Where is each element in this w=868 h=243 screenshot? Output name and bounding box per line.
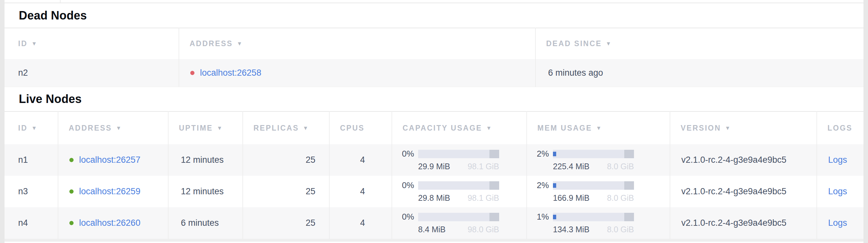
logs-link[interactable]: Logs <box>828 155 847 165</box>
capacity-used-value: 8.4 MiB <box>418 225 446 234</box>
column-header-label: ADDRESS <box>69 124 112 132</box>
capacity-usage-cell: 0%29.9 MiB98.1 GiB <box>392 144 527 176</box>
mem-usage-bar <box>553 150 634 158</box>
dead-nodes-table-container: ID▼ADDRESS▼DEAD SINCE▼n2localhost:262586… <box>4 28 864 87</box>
capacity-total-value: 98.0 GiB <box>468 225 499 234</box>
capacity-total-value: 98.1 GiB <box>468 193 499 203</box>
column-header-label: LOGS <box>828 124 852 132</box>
live-status-icon <box>69 189 73 194</box>
sort-desc-icon: ▼ <box>116 125 121 131</box>
capacity-usage-cell: 0%8.4 MiB98.0 GiB <box>392 207 527 239</box>
mem-usage-cell: 2%225.4 MiB8.0 GiB <box>527 144 670 176</box>
uptime-cell: 6 minutes <box>168 207 243 239</box>
mem-used-value: 134.3 MiB <box>553 225 590 234</box>
capacity-usage-end-block <box>489 181 499 190</box>
version-cell: v2.1.0-rc.2-4-g3e9a4e9bc5 <box>670 144 817 176</box>
mem-usage-bar <box>553 181 634 190</box>
live-status-icon <box>69 158 73 162</box>
table-row: n4localhost:262606 minutes2540%8.4 MiB98… <box>4 207 864 239</box>
live-nodes-title: Live Nodes <box>4 87 864 111</box>
capacity-usage-bar-row: 0% <box>402 149 526 159</box>
column-header-label: ADDRESS <box>190 39 233 48</box>
mem-total-value: 8.0 GiB <box>607 162 634 171</box>
node-address-cell: localhost:26259 <box>58 176 168 207</box>
column-header-address[interactable]: ADDRESS▼ <box>179 28 535 59</box>
mem-usage-percent: 2% <box>537 149 553 159</box>
mem-usage-labels: 166.9 MiB8.0 GiB <box>553 193 634 203</box>
column-header-label: CPUS <box>340 124 365 132</box>
mem-usage-fill <box>553 215 556 219</box>
node-address-link[interactable]: localhost:26260 <box>79 218 141 228</box>
logs-link[interactable]: Logs <box>828 187 847 196</box>
capacity-usage-bar <box>418 181 499 190</box>
mem-usage-percent: 2% <box>537 180 553 190</box>
node-id-cell: n3 <box>4 176 58 207</box>
table-row: n1localhost:2625712 minutes2540%29.9 MiB… <box>4 144 864 176</box>
capacity-usage: 0%29.8 MiB98.1 GiB <box>392 180 526 203</box>
sort-desc-icon: ▼ <box>237 40 242 47</box>
node-address-link[interactable]: localhost:26257 <box>79 155 141 165</box>
column-divider-remnant <box>60 0 61 3</box>
column-header-capacity[interactable]: CAPACITY USAGE▼ <box>392 111 527 144</box>
mem-usage-fill <box>553 152 556 156</box>
column-header-address[interactable]: ADDRESS▼ <box>58 111 168 144</box>
live-status-icon <box>69 221 73 225</box>
capacity-usage-end-block <box>489 213 499 221</box>
live-nodes-table-container: ID▼ADDRESS▼UPTIME▼REPLICAS▼CPUSCAPACITY … <box>4 111 864 239</box>
column-header-mem[interactable]: MEM USAGE▼ <box>527 111 670 144</box>
cpus-cell: 4 <box>329 207 392 239</box>
capacity-usage-labels: 8.4 MiB98.0 GiB <box>418 225 499 234</box>
column-header-replicas[interactable]: REPLICAS▼ <box>243 111 329 144</box>
capacity-usage-bar <box>418 213 499 221</box>
mem-usage-end-block <box>624 150 634 158</box>
mem-usage-percent: 1% <box>537 212 553 222</box>
capacity-usage-labels: 29.8 MiB98.1 GiB <box>418 193 499 203</box>
column-header-id[interactable]: ID▼ <box>4 111 58 144</box>
top-divider <box>4 0 864 3</box>
capacity-usage-bar-row: 0% <box>402 180 526 190</box>
node-id-cell: n4 <box>4 207 58 239</box>
mem-used-value: 225.4 MiB <box>553 162 590 171</box>
mem-usage-bar-row: 2% <box>537 180 670 190</box>
table-row: n2localhost:262586 minutes ago <box>4 59 864 87</box>
column-header-version[interactable]: VERSION▼ <box>670 111 817 144</box>
sort-desc-icon: ▼ <box>606 40 611 47</box>
mem-usage-labels: 134.3 MiB8.0 GiB <box>553 225 634 234</box>
capacity-usage: 0%8.4 MiB98.0 GiB <box>392 212 526 234</box>
replicas-cell: 25 <box>243 207 329 239</box>
mem-usage-bar-row: 1% <box>537 212 670 222</box>
logs-link[interactable]: Logs <box>828 218 847 228</box>
cluster-nodes-panel: Dead Nodes ID▼ADDRESS▼DEAD SINCE▼n2local… <box>4 0 864 243</box>
column-header-label: CAPACITY USAGE <box>403 124 482 132</box>
mem-usage-bar-row: 2% <box>537 149 670 159</box>
dead-nodes-title: Dead Nodes <box>4 3 864 28</box>
dead-nodes-table: ID▼ADDRESS▼DEAD SINCE▼n2localhost:262586… <box>4 28 864 87</box>
column-header-uptime[interactable]: UPTIME▼ <box>168 111 243 144</box>
node-address-link[interactable]: localhost:26258 <box>200 68 261 78</box>
capacity-usage-percent: 0% <box>402 212 418 222</box>
node-address-link[interactable]: localhost:26259 <box>79 187 141 196</box>
version-cell: v2.1.0-rc.2-4-g3e9a4e9bc5 <box>670 207 817 239</box>
sort-desc-icon: ▼ <box>31 125 37 131</box>
sort-desc-icon: ▼ <box>31 40 37 47</box>
column-header-logs: LOGS <box>817 111 864 144</box>
mem-usage: 2%166.9 MiB8.0 GiB <box>527 180 670 203</box>
node-id-cell: n1 <box>4 144 58 176</box>
node-address-cell: localhost:26260 <box>58 207 168 239</box>
uptime-cell: 12 minutes <box>168 176 243 207</box>
mem-total-value: 8.0 GiB <box>607 225 634 234</box>
sort-desc-icon: ▼ <box>486 125 492 131</box>
capacity-usage-bar <box>418 150 499 158</box>
column-header-label: MEM USAGE <box>537 124 592 132</box>
node-logs-cell: Logs <box>817 176 864 207</box>
replicas-cell: 25 <box>243 176 329 207</box>
version-cell: v2.1.0-rc.2-4-g3e9a4e9bc5 <box>670 176 817 207</box>
column-header-dead_since[interactable]: DEAD SINCE▼ <box>535 28 864 59</box>
mem-usage-cell: 2%166.9 MiB8.0 GiB <box>527 176 670 207</box>
column-header-label: ID <box>18 39 28 48</box>
replicas-cell: 25 <box>243 144 329 176</box>
column-header-id[interactable]: ID▼ <box>4 28 179 59</box>
mem-total-value: 8.0 GiB <box>607 193 634 203</box>
node-address-cell: localhost:26257 <box>58 144 168 176</box>
sort-desc-icon: ▼ <box>596 125 601 131</box>
